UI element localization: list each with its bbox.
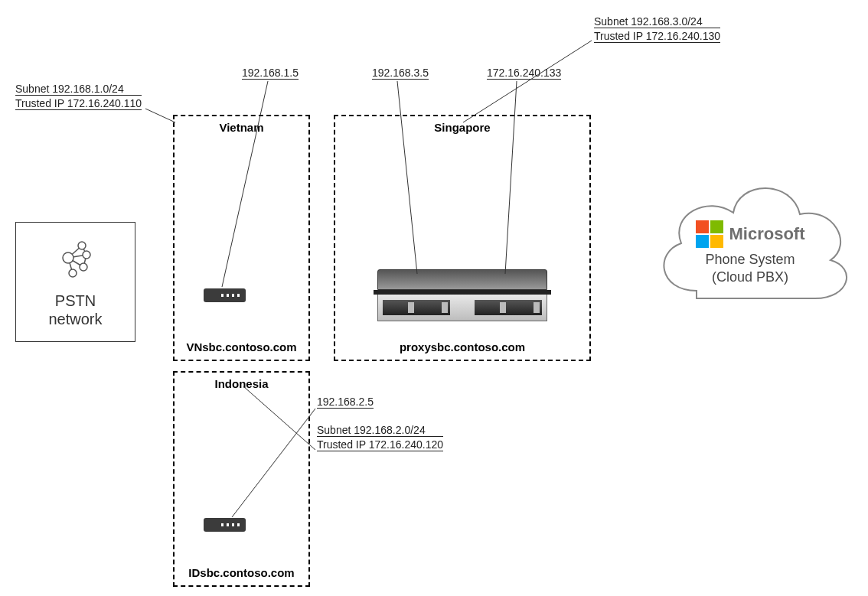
svg-point-8 [83, 251, 90, 259]
singapore-device-ip-external: 172.16.240.133 [487, 67, 561, 80]
region-indonesia-title: Indonesia [175, 377, 308, 390]
region-singapore: Singapore proxysbc.contoso.com [334, 115, 591, 361]
singapore-subnet-text: Subnet 192.168.3.0/24 [594, 15, 720, 28]
phone-system-cloud: Microsoft Phone System (Cloud PBX) [643, 153, 857, 332]
region-vietnam: Vietnam VNsbc.contoso.com [173, 115, 310, 361]
region-indonesia: Indonesia IDsbc.contoso.com [173, 371, 310, 587]
pstn-label: PSTN network [16, 291, 135, 328]
pstn-network-box: PSTN network [15, 222, 135, 342]
cloud-line1: Phone System [705, 252, 795, 267]
svg-line-11 [145, 109, 175, 122]
svg-point-9 [80, 263, 87, 271]
svg-point-7 [78, 242, 86, 249]
svg-point-6 [63, 252, 73, 263]
region-vietnam-title: Vietnam [175, 121, 308, 134]
indonesia-subnet-callout: Subnet 192.168.2.0/24 Trusted IP 172.16.… [317, 424, 443, 451]
region-indonesia-hostname: IDsbc.contoso.com [175, 566, 308, 579]
indonesia-subnet-text: Subnet 192.168.2.0/24 [317, 424, 443, 437]
svg-point-10 [69, 269, 77, 277]
svg-line-15 [463, 41, 592, 122]
singapore-trusted-ip-text: Trusted IP 172.16.240.130 [594, 30, 720, 43]
region-singapore-title: Singapore [335, 121, 589, 134]
singapore-device-ip-internal: 192.168.3.5 [372, 67, 429, 80]
region-singapore-hostname: proxysbc.contoso.com [335, 340, 589, 353]
indonesia-device-ip: 192.168.2.5 [317, 396, 374, 409]
region-vietnam-hostname: VNsbc.contoso.com [175, 340, 308, 353]
network-graph-icon [56, 238, 96, 278]
microsoft-brand-text: Microsoft [729, 224, 805, 244]
cloud-line2: (Cloud PBX) [712, 269, 788, 285]
vietnam-trusted-ip-text: Trusted IP 172.16.240.110 [15, 97, 142, 110]
vietnam-subnet-text: Subnet 192.168.1.0/24 [15, 83, 142, 96]
sbc-device-icon [204, 518, 246, 532]
singapore-subnet-callout: Subnet 192.168.3.0/24 Trusted IP 172.16.… [594, 15, 720, 43]
microsoft-logo-icon [696, 220, 723, 248]
proxy-sbc-device-icon [377, 269, 547, 321]
vietnam-device-ip: 192.168.1.5 [242, 67, 299, 80]
indonesia-trusted-ip-text: Trusted IP 172.16.240.120 [317, 438, 443, 451]
vietnam-subnet-callout: Subnet 192.168.1.0/24 Trusted IP 172.16.… [15, 83, 142, 110]
sbc-device-icon [204, 288, 246, 302]
